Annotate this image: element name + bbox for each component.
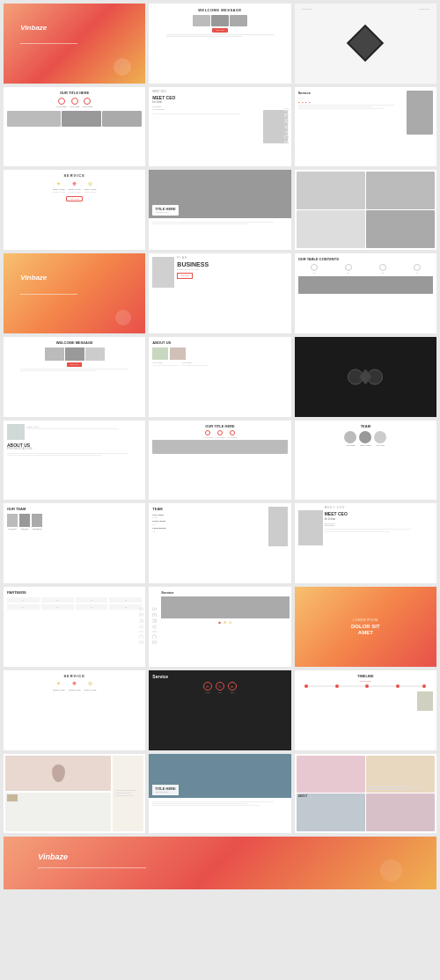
pg1-text [297, 210, 365, 248]
timeline-bag-photo [417, 691, 433, 711]
slide-orange-text: LOREM IPSUM DOLOR SITAMET [295, 587, 436, 667]
slide-our-title: OUR TITLE HERE TITLE HERE TITLE HERE TIT… [4, 87, 145, 167]
divider [152, 113, 239, 114]
service-sub-3: Quality in Value [84, 191, 97, 194]
wc2-line-1 [20, 369, 128, 369]
product-line-1 [115, 790, 136, 791]
pg1-photo-1 [297, 172, 365, 209]
slide-our-team: OUR TEAM Kelly Dean Title Illpt Yane Tit… [4, 503, 145, 583]
team2-photo [268, 507, 288, 546]
partner-5: P5 [7, 604, 40, 610]
about-us-title: ABOUT US [152, 340, 287, 345]
city-line-1 [152, 222, 274, 223]
our-team-photo-2 [19, 514, 30, 527]
partner-3: P3 [76, 597, 108, 603]
mtn-line-1 [152, 801, 274, 802]
about-label-1: TITLE HERE [152, 362, 179, 364]
our-team-role-2: Title [19, 530, 30, 531]
service-v-title: Service [161, 590, 289, 595]
about-pres-label: LOREM IPSUM [26, 426, 142, 428]
team-name-2: James Andrés [359, 444, 371, 447]
slide-about-us: ABOUT US TITLE HERE TITLE HERE [149, 337, 290, 417]
building-img-3 [102, 111, 142, 127]
team-photo-3 [374, 431, 386, 443]
timeline-title: TIMELINE [298, 674, 433, 678]
team-photo-1 [344, 431, 356, 443]
wc2-btn[interactable]: GET INFO [67, 362, 82, 367]
about-line-a [7, 453, 128, 454]
partner-7: P7 [76, 604, 108, 610]
slide-service-icons: SERVICE ✦ Quality is Value Quality in Va… [4, 170, 145, 250]
pg2-line-2 [368, 789, 407, 790]
partner-1: P1 [7, 597, 40, 603]
meet-ceo-label: MEET CEO [152, 91, 260, 94]
tc-item-3: 03 [367, 272, 399, 274]
wc2-photo-1 [45, 347, 64, 361]
slide-dark-geo [295, 337, 436, 417]
mtn-line-3 [152, 805, 260, 806]
slide-welcome-2: WELCOME MESSAGE GET INFO [4, 337, 145, 417]
slide-brand-2: Vinbaze [4, 253, 145, 333]
ot2-label-1: TITLE HERE [203, 436, 214, 439]
text-line-2 [166, 36, 242, 37]
handshake-photo [298, 276, 433, 294]
about-pres-sub: PRESENTATION [7, 448, 142, 451]
our-team-role-3: Title [32, 530, 42, 531]
product-line-3 [115, 795, 133, 796]
building-img-2 [62, 111, 101, 127]
ceo-role: DesignerPhotography [152, 106, 260, 112]
ceo2-name: Im Johna [325, 518, 433, 522]
plan-sub: PRESENTATION [177, 268, 287, 271]
ot2-label-3: TITLE HERE [227, 436, 238, 439]
service-icons2-title: SERVICE [7, 674, 142, 678]
slide-plan-business: PLAN BUSINESS PRESENTATION GET NOW [149, 253, 290, 333]
ceo2-photo [298, 510, 323, 545]
wc2-photo-3 [85, 347, 105, 361]
about-photo-2 [170, 347, 186, 360]
deco-circle-3 [380, 859, 402, 881]
see-more-btn[interactable]: SEE MORE [66, 196, 83, 202]
service-building-photo [161, 596, 289, 618]
our-team-role-1: Title [7, 530, 18, 531]
slide-service-v: SERVICE Service ◆ ❋ ✿ [149, 587, 290, 667]
timeline-label: OUR HISTORY [298, 680, 433, 683]
welcome-photo-1 [193, 15, 210, 26]
wc2-line-2 [20, 370, 96, 371]
mountain-sub: PRESENTATION [155, 791, 175, 794]
partner-6: P6 [41, 604, 74, 610]
sd-icon-1: Email [203, 691, 212, 694]
about-pres-line [26, 428, 119, 429]
welcome-photo-3 [230, 15, 247, 26]
si2-label-3: Quality in Value [84, 689, 97, 691]
welcome-btn[interactable]: GET INFO [212, 28, 227, 33]
our-team-photo-1 [7, 514, 18, 527]
tc-item-1: 01 [298, 272, 330, 274]
slide-product-photo [4, 754, 145, 834]
slide-photo-grid-2: ABOUT [295, 754, 436, 834]
divider-3 [298, 108, 384, 109]
slide-team-2: TEAM Kelly Dean Fitnap Flinny Rince titl… [149, 503, 290, 583]
team2-role-1: Fitnap [152, 516, 266, 519]
partners-service-v: SERVICE [138, 607, 144, 647]
team2-title: TEAM [152, 507, 266, 511]
plan-btn[interactable]: GET NOW [177, 273, 193, 279]
brand-underline-2 [20, 294, 77, 295]
our-title-2: OUR TITLE HERE [152, 424, 287, 428]
our-title: OUR TITLE HERE [7, 91, 142, 95]
deco-circle [114, 58, 131, 76]
slide-geometric: STYLE TEXT STYLE TEXT [295, 4, 436, 84]
mountain-photo: TITLE HERE PRESENTATION [149, 754, 290, 798]
circle-label-3: TITLE HERE [82, 106, 92, 108]
slide-about-presentation: LOREM IPSUM ABOUT US PRESENTATION [4, 421, 145, 501]
service-dark-title: Service [152, 674, 287, 680]
product-line-2 [115, 793, 130, 794]
meet-ceo2-label: MEET CEO [325, 507, 433, 510]
pg2-line-1 [368, 786, 420, 787]
ceo2-role: DESIGNER &Photographer [325, 523, 433, 527]
orange-title: DOLOR SITAMET [309, 623, 422, 637]
slide-service-dark: Service ✉ Email ✎ Edit ➤ [149, 670, 290, 750]
slides-grid: Vinbaze WELCOME MESSAGE GET INFO [0, 0, 440, 893]
building-photo [407, 91, 433, 135]
slide-title-mountain: TITLE HERE PRESENTATION [149, 754, 290, 834]
building-img-1 [7, 111, 61, 127]
